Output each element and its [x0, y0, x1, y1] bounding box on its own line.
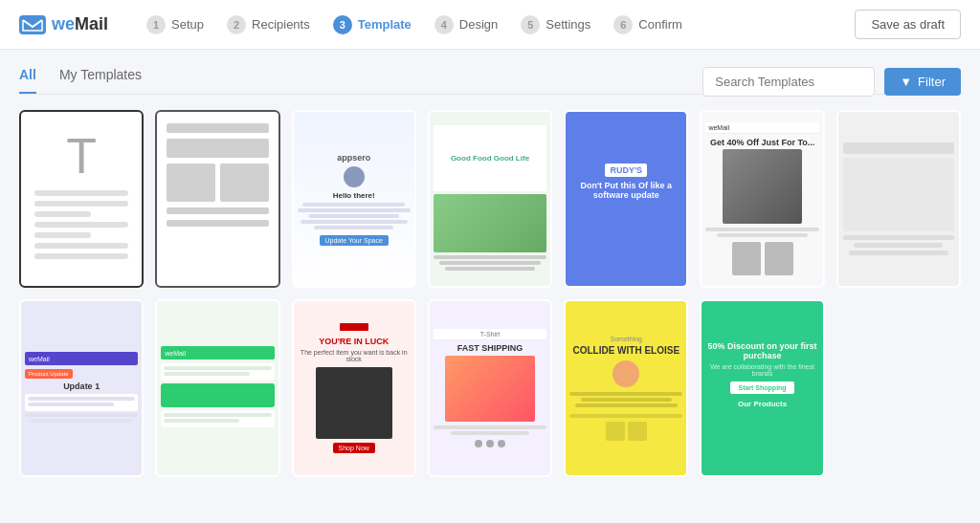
- layout-block: [167, 220, 268, 227]
- nav-step-settings[interactable]: 5 Settings: [509, 15, 602, 34]
- layout-block: [167, 139, 268, 158]
- shipping-icon-dot: [498, 440, 505, 447]
- tab-all[interactable]: All: [19, 67, 36, 94]
- template-card-luck[interactable]: YOU'RE IN LUCK The perfect item you want…: [292, 299, 416, 477]
- shipping-line: [434, 425, 546, 429]
- watch-image: [723, 149, 802, 223]
- collide-avatar: [612, 360, 639, 387]
- template-preview-rudys: RUDY'S Don't Put this Of like a software…: [566, 112, 686, 286]
- watch-header: weMail: [705, 122, 818, 134]
- template-preview-shipping: T-Shirt FAST SHIPPING: [430, 301, 550, 475]
- nav-step-recipients[interactable]: 2 Recipients: [215, 15, 322, 34]
- template-preview-product: weMail Product Update Update 1: [21, 301, 142, 475]
- template-card-food[interactable]: Good Food Good Life: [428, 110, 552, 288]
- luck-image: [316, 367, 392, 439]
- search-input[interactable]: [702, 67, 875, 97]
- template-card-blank[interactable]: T: [19, 110, 144, 288]
- nav-steps: 1 Setup 2 Recipients 3 Template 4 Design…: [135, 15, 843, 34]
- appsero-title: Hello there!: [333, 191, 375, 200]
- content-area: All My Templates ▼ Filter T: [0, 50, 980, 494]
- nav-step-setup[interactable]: 1 Setup: [135, 15, 215, 34]
- layout-block: [167, 163, 215, 202]
- template-card-collide[interactable]: Something COLLIDE WITH ELOISE: [564, 299, 688, 477]
- collide-line: [575, 403, 677, 407]
- step-label-confirm: Confirm: [638, 17, 682, 32]
- blank-line-5: [34, 232, 91, 238]
- shipping-title: FAST SHIPPING: [457, 343, 523, 353]
- logo[interactable]: weMail: [19, 14, 108, 34]
- discount-btn: Start Shopping: [730, 381, 793, 394]
- blank-line-6: [34, 243, 128, 249]
- template-card-discount[interactable]: 50% Discount on your first purchase We a…: [700, 299, 824, 477]
- green-line: [164, 419, 239, 423]
- green-block2: [161, 410, 274, 427]
- step-num-6: 6: [613, 15, 633, 34]
- step-label-settings: Settings: [546, 17, 590, 32]
- green-green-block: [161, 383, 274, 407]
- product-line: [28, 397, 135, 401]
- template-preview-luck: YOU'RE IN LUCK The perfect item you want…: [294, 301, 414, 475]
- blank-line-7: [34, 253, 128, 259]
- watch-line: [705, 228, 818, 231]
- green-logo: weMail: [165, 350, 186, 357]
- template-card-layout[interactable]: [155, 110, 279, 288]
- discount-title2: Our Products: [738, 400, 787, 408]
- template-preview-food: Good Food Good Life: [430, 112, 550, 286]
- collide-line: [581, 398, 672, 402]
- collide-title: COLLIDE WITH ELOISE: [572, 345, 679, 356]
- step-num-2: 2: [227, 15, 246, 34]
- step-num-5: 5: [521, 15, 540, 34]
- template-preview-green: weMail: [157, 301, 278, 475]
- rudys-img-row: [624, 216, 628, 235]
- appsero-line: [298, 208, 411, 212]
- shipping-icon-dot: [486, 440, 494, 447]
- blank-t-letter: T: [66, 131, 97, 181]
- appsero-avatar: [344, 166, 365, 187]
- blank-line-2: [34, 201, 128, 207]
- watch-title: Get 40% Off Just For To...: [710, 138, 814, 147]
- product-line2: [25, 413, 138, 417]
- header-right: Save as draft: [855, 10, 961, 39]
- step-label-template: Template: [358, 17, 412, 32]
- luck-btn: Shop Now: [333, 443, 375, 453]
- layout-row-1: [167, 123, 268, 133]
- template-card-green[interactable]: weMail: [155, 299, 279, 477]
- layout-row-5: [167, 220, 268, 227]
- shipping-header: T-Shirt: [434, 329, 546, 340]
- food-line: [445, 267, 536, 271]
- shipping-image: [445, 356, 536, 422]
- appsero-line: [301, 220, 408, 224]
- green-line: [164, 366, 271, 370]
- template-preview-discount: 50% Discount on your first purchase We a…: [702, 301, 822, 475]
- shipping-icons: [475, 440, 505, 447]
- nav-step-confirm[interactable]: 6 Confirm: [602, 15, 694, 34]
- rudys-badge: RUDY'S: [605, 163, 647, 177]
- food-header: Good Food Good Life: [434, 125, 546, 192]
- template-card-grey[interactable]: [836, 110, 961, 288]
- step-num-4: 4: [434, 15, 454, 34]
- tab-my-templates[interactable]: My Templates: [59, 67, 142, 94]
- template-card-shipping[interactable]: T-Shirt FAST SHIPPING: [428, 299, 552, 477]
- nav-step-template[interactable]: 3 Template: [322, 15, 423, 34]
- template-card-rudys[interactable]: RUDY'S Don't Put this Of like a software…: [564, 110, 688, 288]
- food-image: [434, 194, 546, 252]
- step-num-1: 1: [146, 15, 166, 34]
- rudys-title: Don't Put this Of like a software update: [569, 181, 682, 200]
- filter-label: Filter: [918, 75, 946, 89]
- template-card-product-update[interactable]: weMail Product Update Update 1: [19, 299, 144, 477]
- template-preview-appsero: appsero Hello there! Update Your Space: [294, 112, 414, 286]
- logo-icon: [19, 15, 46, 34]
- layout-row-2: [167, 139, 268, 158]
- nav-step-design[interactable]: 4 Design: [423, 15, 509, 34]
- layout-block: [167, 207, 268, 214]
- template-card-watch[interactable]: weMail Get 40% Off Just For To...: [700, 110, 824, 288]
- product-card: [25, 394, 138, 411]
- collide-line: [569, 392, 682, 396]
- filter-button[interactable]: ▼ Filter: [884, 68, 961, 96]
- header: weMail 1 Setup 2 Recipients 3 Template 4…: [0, 0, 980, 50]
- template-card-appsero[interactable]: appsero Hello there! Update Your Space: [292, 110, 416, 288]
- luck-sub: The perfect item you want is back in sto…: [300, 349, 409, 362]
- save-draft-button[interactable]: Save as draft: [855, 10, 961, 39]
- layout-row-4: [167, 207, 268, 214]
- appsero-line: [308, 214, 399, 218]
